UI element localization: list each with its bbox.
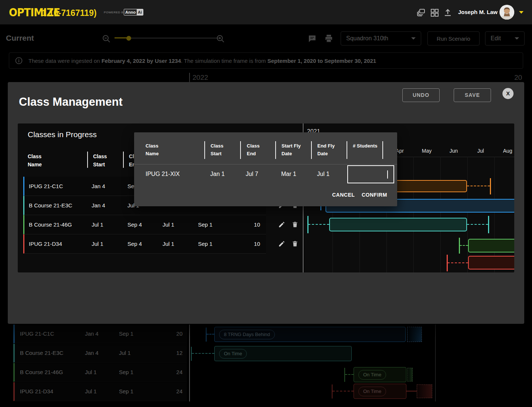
brand-suffix: Ai: [137, 9, 143, 15]
gridline: [440, 157, 441, 272]
save-button[interactable]: SAVE: [454, 88, 491, 102]
cancel-button[interactable]: CANCEL: [332, 192, 355, 198]
gantt-bar-teal[interactable]: [329, 218, 467, 231]
confirm-button[interactable]: CONFIRM: [362, 192, 387, 198]
month-label: Jul: [472, 148, 490, 154]
dialog-header-class-name: ClassName: [146, 142, 158, 157]
powered-by-label: POWERED BY: [104, 11, 126, 14]
header-divider: [240, 141, 241, 159]
app-header: OPTIMIZE 1.10-7167119) POWERED BY Anno A…: [0, 0, 532, 24]
column-header-class-start: ClassStart: [93, 152, 107, 169]
upload-icon[interactable]: [443, 8, 452, 17]
gridline: [467, 157, 468, 272]
avatar[interactable]: [499, 5, 514, 20]
dialog-header-start-fly: Start FlyDate: [282, 142, 301, 157]
dialog-header-class-end: ClassEnd: [247, 142, 260, 157]
app-screen: OPTIMIZE 1.10-7167119) POWERED BY Anno A…: [0, 0, 532, 407]
gantt-dash: [467, 186, 490, 186]
header-divider: [87, 152, 88, 168]
header-divider: [382, 141, 383, 159]
gantt-dash: [460, 245, 468, 246]
dialog-class-name-value: IPUG 21-XIX: [146, 171, 180, 177]
header-divider: [311, 141, 312, 159]
dialog-header-students: # Students: [353, 142, 377, 150]
header-divider: [123, 152, 124, 168]
caret-down-icon[interactable]: [519, 11, 524, 14]
app-version: 1.10-7167119): [42, 8, 96, 18]
dialog-header-end-fly: End FlyDate: [317, 142, 335, 157]
dialog-header-class-start: ClassStart: [211, 142, 224, 157]
undo-button[interactable]: UNDO: [402, 88, 440, 102]
month-label: Aug: [499, 148, 514, 154]
column-header-class-name: ClassName: [28, 152, 42, 169]
month-label: May: [418, 148, 436, 154]
edit-pencil-icon[interactable]: [278, 221, 285, 228]
edit-class-dialog: ClassName ClassStart ClassEnd Start FlyD…: [134, 132, 397, 206]
brand-badge: Anno Ai: [124, 9, 143, 16]
dialog-end-fly-value: Jul 1: [317, 171, 330, 177]
card-title: Classes in Progress: [28, 130, 97, 139]
gridline: [413, 157, 414, 272]
layers-icon[interactable]: [417, 8, 426, 17]
brand-name: Anno: [124, 9, 137, 15]
header-divider: [275, 141, 276, 159]
grid-icon[interactable]: [430, 8, 439, 17]
gantt-tick: [490, 178, 491, 194]
delete-trash-icon[interactable]: [292, 240, 298, 247]
class-row[interactable]: B Course 21-46G Jul 1 Sep 4 Jul 1 Sep 1 …: [23, 215, 266, 234]
gantt-bar-green[interactable]: [468, 239, 514, 252]
dialog-class-end-value: Jul 7: [246, 171, 258, 177]
month-label: Jun: [445, 148, 463, 154]
gantt-dash: [308, 224, 329, 225]
row-actions: [278, 240, 304, 248]
row-actions: [278, 221, 304, 229]
edit-pencil-icon[interactable]: [278, 240, 285, 247]
user-name[interactable]: Joseph M. Law: [458, 9, 498, 15]
text-caret: [387, 170, 388, 179]
modal-title: Class Management: [19, 95, 123, 109]
header-divider: [204, 141, 205, 159]
header-divider: [347, 141, 347, 159]
gantt-dash: [447, 262, 468, 263]
gantt-dash: [467, 224, 488, 225]
dialog-start-fly-value: Mar 1: [281, 171, 296, 177]
gantt-tick: [488, 216, 489, 233]
dialog-divider: [134, 164, 397, 165]
delete-trash-icon[interactable]: [292, 221, 298, 228]
dialog-class-start-value: Jan 1: [210, 171, 225, 177]
gridline: [494, 157, 495, 272]
gantt-bar-red[interactable]: [468, 256, 514, 269]
close-button[interactable]: X: [502, 88, 514, 99]
class-row[interactable]: IPUG 21-D34 Jul 1 Sep 4 Jul 1 Sep 1 10: [23, 234, 266, 254]
